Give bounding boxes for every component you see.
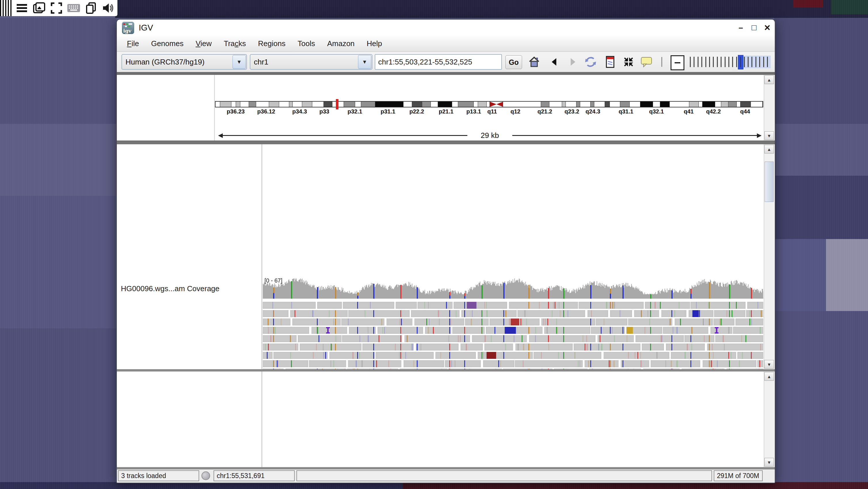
cytoband [279,102,289,107]
forward-icon[interactable] [565,55,580,68]
cytoband [721,102,728,107]
zoom-tick [759,57,760,67]
menu-item-file[interactable]: File [121,37,145,50]
tooltip-bubble-icon[interactable] [639,55,654,68]
zoom-tick [705,57,706,67]
minimize-button[interactable]: – [735,22,747,33]
menu-item-view[interactable]: View [190,37,218,50]
zoom-slider[interactable] [688,55,771,69]
cytoband [289,102,293,107]
home-icon[interactable] [527,55,541,68]
genome-select[interactable]: Human (GRCh37/hg19) ▼ [121,54,247,70]
zoom-tick [709,57,710,67]
cytoband [605,102,610,107]
taskbar-grip[interactable] [0,0,12,16]
cytoband [503,102,541,107]
cytoband [580,102,591,107]
menu-item-tracks[interactable]: Tracks [218,37,252,50]
scroll-up-icon[interactable]: ▲ [765,145,774,153]
zoom-tick [744,57,745,67]
chevron-down-icon[interactable]: ▼ [358,55,371,69]
cytoband [577,102,580,107]
genes-scrollbar[interactable]: ▲ ▼ [764,372,774,467]
cytoband-label: p34.3 [292,108,307,115]
fit-window-icon[interactable] [621,55,636,68]
coverage-range-label: [0 - 67] [265,277,282,284]
screenshot-icon[interactable] [32,1,46,15]
zoom-tick [755,57,756,67]
tracks-panel: HG00096.wgs...am Coverage HG00096.wgs.IL… [117,144,775,369]
cytoband [728,102,737,107]
scroll-down-icon[interactable]: ▼ [765,360,774,369]
cytoband-label: q41 [684,108,693,115]
cytoband [220,102,232,107]
fullscreen-icon[interactable] [49,1,64,15]
maximize-button[interactable]: □ [748,22,760,33]
keyboard-icon[interactable] [66,1,81,15]
desktop-patch [0,196,116,328]
cytoband [541,102,549,107]
zoom-tick [690,57,691,67]
zoom-tick [713,57,714,67]
cytoband-label: p36.12 [257,108,275,115]
back-icon[interactable] [547,55,562,68]
cytoband [751,102,763,107]
menu-item-genomes[interactable]: Genomes [145,37,190,50]
title-bar[interactable]: igv IGV – □ ✕ [117,20,775,36]
status-bar: 3 tracks loaded chr1:55,531,691 291M of … [117,469,775,483]
name-panel-divider[interactable] [261,372,262,467]
chevron-down-icon[interactable]: ▼ [232,55,246,69]
zoom-tick [725,57,725,67]
cytoband [324,102,332,107]
coverage-plot[interactable] [263,277,763,300]
menu-item-tools[interactable]: Tools [291,37,321,50]
close-button[interactable]: ✕ [762,22,773,33]
ideogram-scrollbar[interactable]: ▲ ▼ [764,75,774,141]
cytoband [458,102,474,107]
window-title: IGV [139,23,153,32]
zoom-tick [767,57,768,67]
menu-icon[interactable] [14,1,29,15]
scroll-down-icon[interactable]: ▼ [765,131,774,140]
tracks-scrollbar[interactable]: ▲ ▼ [764,144,774,369]
coverage-track-name[interactable]: HG00096.wgs...am Coverage [121,284,220,293]
menu-item-amazon[interactable]: Amazon [321,37,361,50]
horizontal-splitter[interactable] [117,467,775,469]
scrollbar-thumb[interactable] [765,162,774,202]
region-tool-icon[interactable] [603,55,618,68]
cytoband [478,102,487,107]
cytoband [689,102,699,107]
go-button[interactable]: Go [505,55,522,69]
desktop-patch [0,124,116,196]
locus-input[interactable] [375,54,502,70]
cytoband [670,102,689,107]
menu-item-help[interactable]: Help [361,37,388,50]
zoom-tick [698,57,699,67]
speaker-icon[interactable] [101,1,116,15]
cytoband [231,102,236,107]
scroll-up-icon[interactable]: ▲ [765,372,774,381]
cytoband [562,102,566,107]
desktop-patch [793,0,823,7]
ideogram-ruler-panel[interactable]: p36.23p36.12p34.3p33p32.1p31.1p22.2p21.1… [117,75,775,141]
cytoband [640,102,653,107]
copy-icon[interactable] [84,1,98,15]
zoom-out-button[interactable] [671,55,684,70]
menu-item-regions[interactable]: Regions [252,37,291,50]
desktop-patch [774,311,868,482]
scroll-down-icon[interactable]: ▼ [765,458,774,466]
cytoband [403,102,412,107]
cytoband [620,102,630,107]
horizontal-splitter[interactable] [117,369,775,372]
taskbar [0,0,117,16]
refresh-icon[interactable] [583,55,598,68]
name-panel-divider[interactable] [261,144,262,369]
centromere-icon [490,102,503,107]
zoom-tick [763,57,764,67]
cytoband [269,102,279,107]
scroll-up-icon[interactable]: ▲ [765,76,774,84]
cytoband [431,102,438,107]
chromosome-select[interactable]: chr1 ▼ [250,54,372,70]
chromosome-ideogram[interactable] [215,101,763,108]
cytoband-label: p21.1 [439,108,453,115]
